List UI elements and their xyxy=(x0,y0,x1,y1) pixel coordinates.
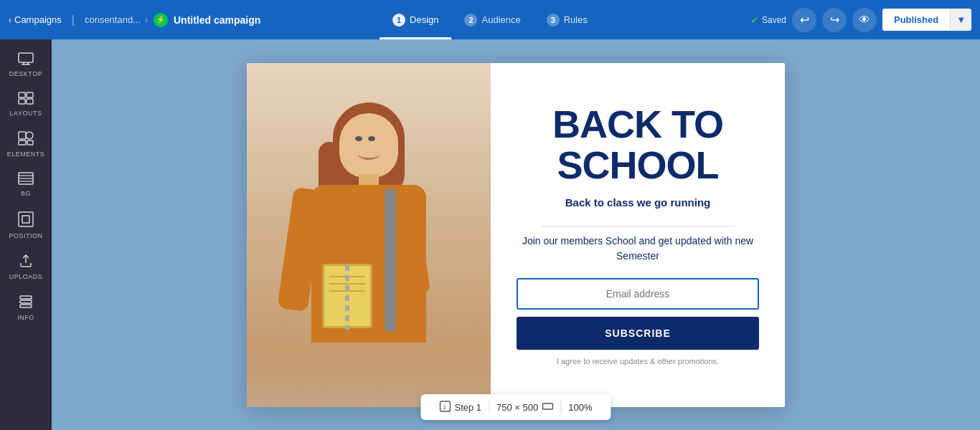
svg-text:2: 2 xyxy=(443,404,446,411)
popup-image-panel xyxy=(247,63,491,407)
popup-title: BACK TO SCHOOL xyxy=(517,104,759,185)
svg-rect-16 xyxy=(19,212,33,226)
sidebar-bg-label: BG xyxy=(21,190,31,197)
saved-label: Saved xyxy=(762,15,786,25)
sidebar-item-info[interactable]: INFO xyxy=(0,287,52,328)
sidebar-item-bg[interactable]: BG xyxy=(0,165,52,204)
sidebar-desktop-label: DESKTOP xyxy=(9,70,42,77)
popup-content-panel: BACK TO SCHOOL Back to class we go runni… xyxy=(491,63,785,407)
undo-button[interactable]: ↩ xyxy=(792,8,816,32)
popup-card: BACK TO SCHOOL Back to class we go runni… xyxy=(247,63,785,407)
nav-separator: | xyxy=(72,14,75,27)
publish-button-group: Published ▼ xyxy=(882,9,971,31)
svg-rect-11 xyxy=(27,140,33,145)
tab-audience[interactable]: 2 Audience xyxy=(452,0,534,39)
tab-audience-num: 2 xyxy=(465,14,478,27)
campaigns-label: Campaigns xyxy=(14,14,62,25)
svg-rect-5 xyxy=(27,92,33,97)
step-indicator: 2 Step 1 xyxy=(432,401,489,414)
tab-design-num: 1 xyxy=(392,14,405,27)
saved-indicator: ✔ Saved xyxy=(750,14,786,26)
check-icon: ✔ xyxy=(750,14,759,26)
subscribe-button[interactable]: SUBSCRIBE xyxy=(517,317,759,350)
campaigns-link[interactable]: ‹ Campaigns xyxy=(9,14,62,25)
bottom-status-bar: 2 Step 1 750 × 500 100% xyxy=(420,394,611,420)
zoom-value: 100% xyxy=(568,402,592,413)
zoom-display: 100% xyxy=(561,402,599,413)
dimensions-icon xyxy=(542,401,553,413)
svg-rect-7 xyxy=(27,99,33,104)
sidebar-item-elements[interactable]: ELEMENTS xyxy=(0,124,52,165)
sidebar-uploads-label: UPLOADS xyxy=(9,273,43,280)
svg-point-9 xyxy=(26,132,33,139)
svg-rect-10 xyxy=(19,140,26,145)
tab-rules-num: 3 xyxy=(547,14,560,27)
sidebar-layouts-label: LAYOUTS xyxy=(10,110,42,117)
popup-subtitle: Back to class we go running xyxy=(565,196,711,209)
svg-rect-4 xyxy=(19,92,25,97)
nav-tabs: 1 Design 2 Audience 3 Rules xyxy=(380,0,600,39)
main-area: DESKTOP LAYOUTS xyxy=(0,39,980,430)
chevron-right-icon: › xyxy=(145,15,148,25)
svg-rect-23 xyxy=(542,403,552,409)
step-icon: 2 xyxy=(439,401,451,414)
elements-icon xyxy=(18,131,34,148)
sidebar-item-layouts[interactable]: LAYOUTS xyxy=(0,85,52,124)
email-input[interactable] xyxy=(517,278,759,310)
bg-icon xyxy=(18,172,34,187)
desktop-icon xyxy=(18,52,34,67)
canvas-area: BACK TO SCHOOL Back to class we go runni… xyxy=(52,39,980,430)
svg-rect-17 xyxy=(22,216,29,223)
popup-description: Join our members School and get updated … xyxy=(517,234,759,264)
tab-audience-label: Audience xyxy=(482,14,521,25)
sidebar-item-uploads[interactable]: UPLOADS xyxy=(0,247,52,287)
svg-rect-18 xyxy=(20,305,32,307)
tab-rules[interactable]: 3 Rules xyxy=(534,0,600,39)
breadcrumb-org[interactable]: consentand... › xyxy=(85,14,148,25)
layouts-icon xyxy=(18,92,34,107)
sidebar-item-desktop[interactable]: DESKTOP xyxy=(0,45,52,85)
sidebar-item-position[interactable]: POSITION xyxy=(0,204,52,247)
student-photo xyxy=(247,63,491,407)
svg-rect-19 xyxy=(20,300,32,303)
sidebar-info-label: INFO xyxy=(17,314,34,321)
publish-button[interactable]: Published xyxy=(882,9,950,31)
publish-dropdown-button[interactable]: ▼ xyxy=(950,9,971,31)
agree-text: I agree to receive updates & other promo… xyxy=(557,357,719,366)
tab-rules-label: Rules xyxy=(564,14,588,25)
tab-design-label: Design xyxy=(410,14,438,25)
svg-rect-8 xyxy=(19,132,26,139)
info-icon xyxy=(19,295,33,311)
tab-design[interactable]: 1 Design xyxy=(380,0,451,39)
preview-button[interactable]: 👁 xyxy=(852,8,877,32)
dimensions-display: 750 × 500 xyxy=(489,401,560,413)
uploads-icon xyxy=(19,254,33,270)
position-icon xyxy=(18,211,34,229)
sidebar-elements-label: ELEMENTS xyxy=(7,150,45,158)
top-navigation: ‹ Campaigns | consentand... › ⚡ Untitled… xyxy=(0,0,980,39)
chevron-left-icon: ‹ xyxy=(9,15,11,25)
dimensions-value: 750 × 500 xyxy=(496,402,538,413)
svg-rect-20 xyxy=(20,296,32,299)
campaign-badge: ⚡ xyxy=(154,13,168,27)
sidebar: DESKTOP LAYOUTS xyxy=(0,39,52,430)
svg-rect-6 xyxy=(19,99,25,104)
redo-button[interactable]: ↪ xyxy=(822,8,847,32)
nav-right-section: ✔ Saved ↩ ↪ 👁 Published ▼ xyxy=(750,8,971,32)
sidebar-position-label: POSITION xyxy=(9,232,42,239)
campaign-title[interactable]: Untitled campaign xyxy=(174,14,260,26)
svg-rect-0 xyxy=(19,53,33,62)
step-label: Step 1 xyxy=(454,402,481,413)
